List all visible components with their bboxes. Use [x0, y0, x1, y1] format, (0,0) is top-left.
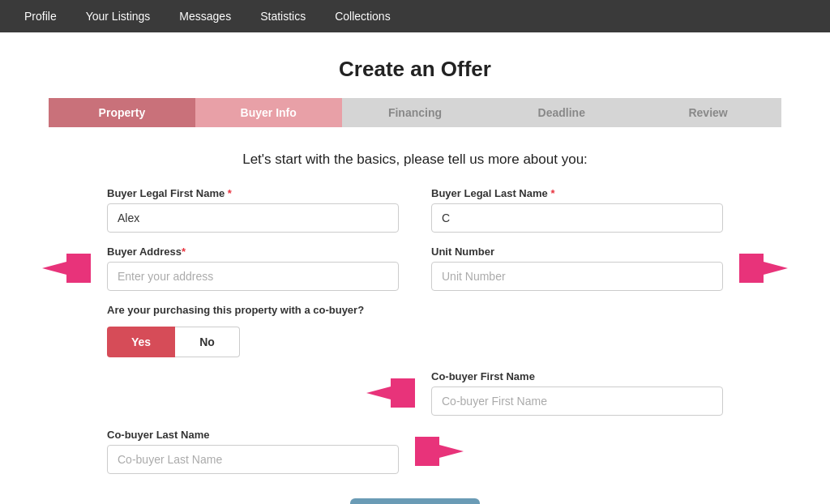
- cobuyer-last-name-input[interactable]: [107, 445, 399, 474]
- buyer-last-name-label: Buyer Legal Last Name *: [431, 187, 723, 199]
- main-content: Create an Offer Property Buyer Info Fina…: [0, 32, 830, 504]
- unit-number-input[interactable]: [431, 262, 723, 291]
- svg-marker-3: [415, 437, 464, 466]
- unit-number-group: Unit Number: [431, 246, 723, 291]
- nav-statistics[interactable]: Statistics: [260, 0, 306, 32]
- buyer-address-label: Buyer Address*: [107, 246, 399, 258]
- stepper: Property Buyer Info Financing Deadline R…: [49, 98, 781, 127]
- buyer-last-name-input[interactable]: [431, 203, 723, 233]
- step-deadline[interactable]: Deadline: [488, 98, 635, 127]
- buyer-address-input[interactable]: [107, 262, 399, 291]
- unit-arrow-right: [739, 254, 788, 283]
- next-button[interactable]: Next: [350, 498, 480, 504]
- unit-number-label: Unit Number: [431, 246, 723, 258]
- cobuyer-first-name-label: Co-buyer First Name: [431, 370, 723, 382]
- buyer-last-name-group: Buyer Legal Last Name *: [431, 187, 723, 233]
- svg-marker-0: [42, 254, 91, 283]
- step-buyer-info[interactable]: Buyer Info: [195, 98, 342, 127]
- cobuyer-last-name-label: Co-buyer Last Name: [107, 429, 399, 441]
- nav-collections[interactable]: Collections: [335, 0, 390, 32]
- nav-messages[interactable]: Messages: [179, 0, 231, 32]
- cobuyer-last-arrow-right: [415, 437, 464, 466]
- buyer-address-group: Buyer Address*: [107, 246, 399, 291]
- form-grid: Buyer Legal First Name * Buyer Legal Las…: [107, 187, 723, 474]
- page-title: Create an Offer: [49, 57, 781, 82]
- cobuyer-no-button[interactable]: No: [175, 327, 240, 357]
- cobuyer-yes-button[interactable]: Yes: [107, 327, 175, 357]
- cobuyer-question-group: Are your purchasing this property with a…: [107, 304, 723, 357]
- form-subtitle: Let's start with the basics, please tell…: [49, 152, 781, 168]
- cobuyer-first-arrow-left: [366, 378, 415, 408]
- step-financing[interactable]: Financing: [342, 98, 489, 127]
- next-section: Next: [49, 498, 781, 504]
- cobuyer-first-name-group: Co-buyer First Name: [431, 370, 723, 416]
- nav-your-listings[interactable]: Your Listings: [86, 0, 151, 32]
- cobuyer-buttons: Yes No: [107, 327, 723, 357]
- buyer-first-name-group: Buyer Legal First Name *: [107, 187, 399, 233]
- cobuyer-first-name-input[interactable]: [431, 387, 723, 416]
- buyer-first-name-label: Buyer Legal First Name *: [107, 187, 399, 199]
- svg-marker-1: [739, 254, 788, 283]
- step-review[interactable]: Review: [635, 98, 781, 127]
- cobuyer-last-name-group: Co-buyer Last Name: [107, 429, 399, 474]
- nav-profile[interactable]: Profile: [24, 0, 57, 32]
- cobuyer-question-label: Are your purchasing this property with a…: [107, 304, 723, 316]
- address-arrow-left: [42, 254, 91, 283]
- navbar: Profile Your Listings Messages Statistic…: [0, 0, 830, 32]
- svg-marker-2: [366, 378, 415, 408]
- step-property[interactable]: Property: [49, 98, 195, 127]
- buyer-first-name-input[interactable]: [107, 203, 399, 233]
